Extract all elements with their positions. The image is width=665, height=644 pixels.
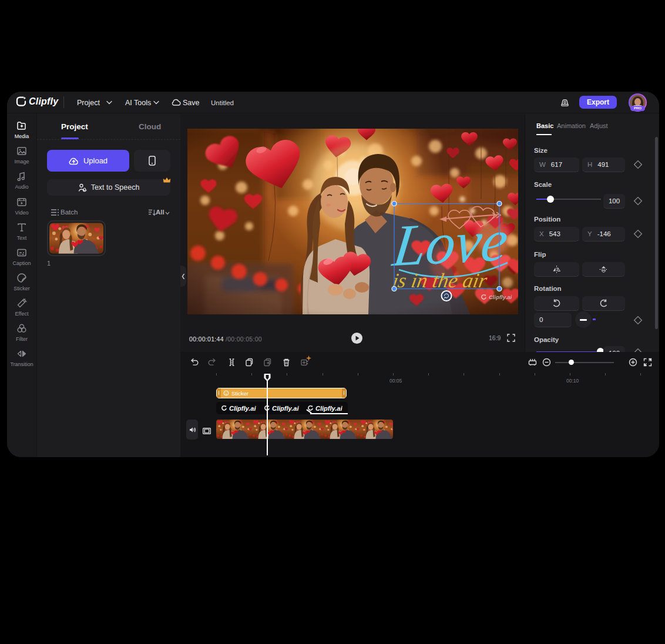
svg-text:Clipfly.ai: Clipfly.ai [489, 294, 512, 300]
